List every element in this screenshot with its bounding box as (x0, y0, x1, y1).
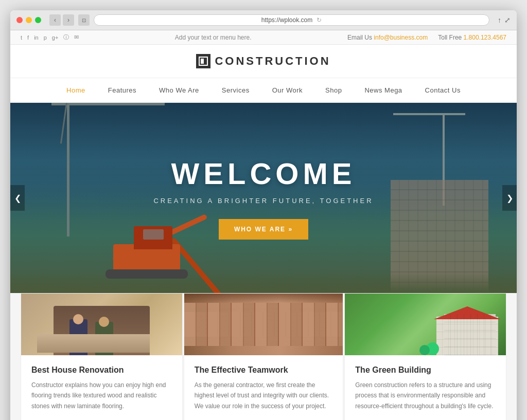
website-content: t f in p g+ ⓘ ✉ Add your text or menu he… (10, 30, 517, 420)
social-linkedin[interactable]: in (34, 34, 39, 41)
crane-arm-1 (51, 103, 165, 105)
feature-image-green (345, 294, 506, 355)
email-link[interactable]: info@business.com (374, 34, 428, 41)
social-facebook[interactable]: f (27, 34, 29, 41)
dot-red[interactable] (16, 17, 23, 23)
features-grid: Best House Renovation Constructor explai… (21, 293, 506, 420)
feature-desc-3: Green construction refers to a structure… (355, 380, 496, 411)
feature-card-renovation: Best House Renovation Constructor explai… (21, 293, 183, 420)
browser-titlebar: ‹ › ⊡ https://wplook.com ↻ ↑ ⤢ (10, 10, 517, 30)
top-bar-left: t f in p g+ ⓘ ✉ (21, 33, 79, 41)
topbar-menu-text: Add your text or menu here. (175, 34, 252, 41)
feature-card-green: The Green Building Green construction re… (344, 293, 506, 420)
social-google[interactable]: g+ (52, 34, 59, 41)
nav-item-services[interactable]: Services (210, 78, 261, 102)
shrub-2 (419, 345, 430, 355)
refresh-icon[interactable]: ↻ (317, 16, 322, 24)
forward-button[interactable]: › (63, 14, 74, 26)
browser-nav: ‹ › (49, 14, 74, 26)
social-instagram[interactable]: ⓘ (63, 33, 69, 41)
crane-arm-2 (393, 113, 465, 115)
svg-rect-1 (201, 59, 204, 64)
hero-cta-button[interactable]: WHO WE ARE » (219, 219, 308, 240)
logo-icon (196, 54, 210, 68)
crane-pole-1 (67, 103, 69, 236)
feature-image-lumber (184, 294, 343, 355)
hero-subtitle: CREATING A BRIGHTER FUTURE, TOGETHER (153, 197, 373, 205)
worker-2-head (99, 317, 109, 327)
features-section: Best House Renovation Constructor explai… (10, 293, 517, 420)
social-twitter[interactable]: t (21, 34, 22, 41)
nav-item-our-work[interactable]: Our Work (261, 78, 314, 102)
feature-image-workers (21, 294, 182, 355)
hero-next-arrow[interactable]: ❯ (502, 185, 517, 211)
browser-tab: ⊡ (78, 14, 90, 26)
feature-title-1: Best House Renovation (31, 366, 172, 375)
email-label: Email Us info@business.com (347, 34, 428, 41)
browser-window: ‹ › ⊡ https://wplook.com ↻ ↑ ⤢ t f in p … (10, 10, 517, 420)
browser-actions: ↑ ⤢ (498, 16, 511, 24)
logo-name: CONSTRUCTION (215, 54, 330, 68)
feature-desc-2: As the general contractor, we first crea… (195, 380, 333, 411)
share-button[interactable]: ↑ (498, 16, 501, 24)
nav-item-contact-us[interactable]: Contact Us (414, 78, 472, 102)
top-bar-right: Email Us info@business.com Toll Free 1.8… (347, 34, 506, 41)
main-navigation: Home Features Who We Are Services Our Wo… (10, 78, 517, 103)
feature-content-2: The Effective Teamwork As the general co… (184, 355, 343, 420)
nav-item-who-we-are[interactable]: Who We Are (148, 78, 210, 102)
hero-prev-arrow[interactable]: ❮ (10, 185, 25, 211)
feature-title-3: The Green Building (355, 366, 496, 375)
feature-content-3: The Green Building Green construction re… (345, 355, 506, 420)
lumber-shadow (184, 294, 343, 303)
feature-content-1: Best House Renovation Constructor explai… (21, 355, 182, 420)
hero-section: WELCOME CREATING A BRIGHTER FUTURE, TOGE… (10, 103, 517, 293)
house-roof (434, 306, 501, 319)
phone-link[interactable]: 1.800.123.4567 (464, 34, 506, 41)
lumber-image (184, 294, 343, 355)
floor-boards (37, 334, 150, 353)
ground-strip (10, 272, 517, 293)
fullscreen-button[interactable]: ⤢ (504, 16, 511, 24)
logo[interactable]: CONSTRUCTION (21, 54, 506, 68)
house-body (436, 317, 498, 355)
top-bar: t f in p g+ ⓘ ✉ Add your text or menu he… (10, 30, 517, 45)
hero-title: WELCOME (153, 156, 373, 191)
logo-area: CONSTRUCTION (10, 45, 517, 78)
back-button[interactable]: ‹ (49, 14, 61, 26)
dot-yellow[interactable] (26, 17, 32, 23)
feature-title-2: The Effective Teamwork (195, 366, 333, 375)
social-email[interactable]: ✉ (74, 34, 79, 41)
feature-desc-1: Constructor explains how you can enjoy h… (31, 380, 172, 411)
nav-item-news-mega[interactable]: News Mega (353, 78, 413, 102)
nav-item-home[interactable]: Home (55, 78, 97, 102)
url-bar[interactable]: https://wplook.com ↻ (94, 14, 489, 26)
phone-label: Toll Free 1.800.123.4567 (438, 34, 506, 41)
workers-image (21, 294, 182, 355)
feature-card-teamwork: The Effective Teamwork As the general co… (184, 293, 344, 420)
worker-1-head (73, 314, 83, 324)
house-grid (436, 317, 498, 355)
lumber-planks (184, 303, 343, 346)
dot-green[interactable] (35, 17, 41, 23)
hero-content: WELCOME CREATING A BRIGHTER FUTURE, TOGE… (153, 156, 373, 240)
excavator-track (106, 269, 188, 279)
browser-dots (16, 17, 41, 23)
nav-item-features[interactable]: Features (97, 78, 148, 102)
green-image (345, 294, 506, 355)
url-text: https://wplook.com (261, 16, 312, 24)
nav-item-shop[interactable]: Shop (314, 78, 353, 102)
social-pinterest[interactable]: p (44, 34, 47, 41)
